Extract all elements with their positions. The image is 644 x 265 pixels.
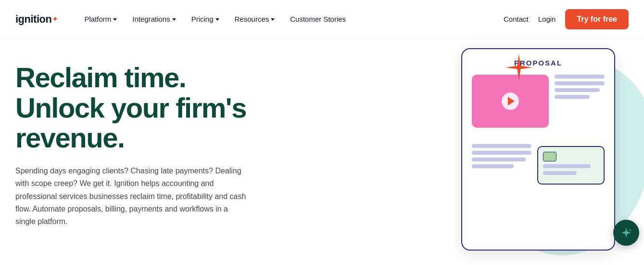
nav-right: Contact Login Try for free: [504, 9, 629, 29]
nav-resources[interactable]: Resources: [228, 11, 282, 27]
text-line-3: [555, 88, 600, 92]
bottom-line-3: [472, 158, 526, 161]
nav-customer-stories[interactable]: Customer Stories: [283, 11, 353, 27]
sparkle-icon: [505, 53, 533, 84]
cc-line-1: [543, 164, 591, 168]
play-triangle-icon: [508, 97, 515, 106]
play-button[interactable]: [502, 93, 519, 110]
nav-links: Platform Integrations Pricing Resources …: [77, 11, 504, 27]
logo-text: ignition: [15, 13, 51, 26]
cc-line-2: [543, 171, 577, 175]
logo[interactable]: ignition✦: [15, 13, 58, 26]
bottom-line-2: [472, 151, 531, 155]
text-line-4: [555, 95, 590, 99]
integrations-chevron-icon: [172, 18, 176, 21]
nav-pricing[interactable]: Pricing: [185, 11, 226, 27]
text-lines-group: [555, 75, 605, 99]
floating-action-button[interactable]: [613, 220, 639, 246]
hero-illustration: PROPOSAL: [317, 39, 644, 265]
text-line-2: [555, 81, 605, 85]
navbar: ignition✦ Platform Integrations Pricing …: [0, 0, 644, 39]
proposal-label: PROPOSAL: [472, 59, 605, 67]
contact-link[interactable]: Contact: [504, 15, 529, 23]
hero-section: Reclaim time. Unlock your firm's revenue…: [0, 39, 644, 265]
proposal-card: PROPOSAL: [461, 48, 615, 251]
card-bottom-row: [472, 142, 605, 185]
hero-content: Reclaim time. Unlock your firm's revenue…: [15, 63, 246, 228]
pricing-chevron-icon: [215, 18, 219, 21]
nav-integrations[interactable]: Integrations: [126, 11, 182, 27]
credit-card-mock: [537, 146, 605, 185]
bottom-line-4: [472, 164, 514, 168]
bottom-line-1: [472, 144, 531, 148]
logo-star-icon: ✦: [52, 14, 58, 24]
hero-subtext: Spending days engaging clients? Chasing …: [15, 165, 246, 228]
hero-heading: Reclaim time. Unlock your firm's revenue…: [15, 63, 246, 153]
nav-platform[interactable]: Platform: [77, 11, 124, 27]
try-free-button[interactable]: Try for free: [565, 9, 629, 29]
resources-chevron-icon: [271, 18, 275, 21]
card-top-row: [472, 75, 605, 134]
platform-chevron-icon: [113, 18, 117, 21]
card-chip-icon: [543, 152, 556, 161]
bottom-lines: [472, 144, 531, 168]
text-line-1: [555, 75, 605, 79]
login-link[interactable]: Login: [538, 15, 556, 23]
